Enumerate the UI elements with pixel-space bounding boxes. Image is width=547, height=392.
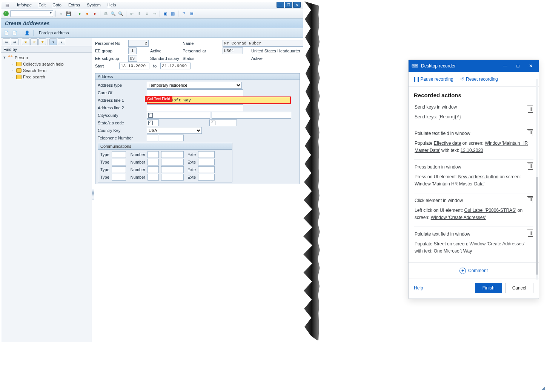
comm-num-field[interactable] [161,159,184,165]
recorder-close-button[interactable]: ✕ [526,63,536,69]
tree-free-search[interactable]: ·Free search [3,74,90,80]
enter-icon[interactable] [3,11,9,16]
expand-all-icon[interactable]: ▾ [49,38,57,45]
tree-collective-search[interactable]: ·Collective search help [3,61,90,67]
address-line2-field[interactable] [147,104,243,111]
action-link[interactable]: Window 'Create Addresses' [469,241,524,247]
comm-type-field[interactable] [112,159,126,165]
recorded-action[interactable]: Press button in windowPress on UI elemen… [414,159,533,193]
back-green-icon[interactable]: ● [77,11,83,17]
fav-list-icon[interactable]: ★ [38,38,46,45]
restore-button[interactable]: ❐ [285,2,292,8]
add-comment-button[interactable]: + Comment [409,262,539,279]
city-field[interactable] [147,112,210,119]
phone-cc-field[interactable] [147,135,158,141]
comm-ext-field[interactable] [198,174,215,181]
menu-help[interactable]: Help [108,3,116,7]
shortcut-icon[interactable]: ▥ [170,11,176,17]
delete-action-button[interactable] [527,107,533,113]
care-of-field[interactable] [147,89,243,96]
action-link[interactable]: 13.10.2020 [461,148,483,153]
minimize-button[interactable]: — [277,2,284,8]
comm-ext-field[interactable] [198,166,215,173]
start-date-field[interactable]: 13.10.2020 [119,63,149,69]
recorder-titlebar[interactable]: ⌨ Desktop recorder — □ ✕ [409,60,539,72]
nav-back-icon[interactable]: ⬅ [3,38,10,45]
command-field[interactable] [10,10,53,17]
help-link[interactable]: Help [414,285,423,291]
recorded-action[interactable]: Click element in windowLeft click on UI … [414,193,533,227]
recorded-action[interactable]: Polulate text field in windowPopulate Ef… [414,126,533,159]
menu-system[interactable]: System [87,3,101,7]
action-link[interactable]: Window 'Create Addresses' [431,215,486,220]
tree[interactable]: ▾Person ·Collective search help ·Search … [1,53,92,81]
recorder-minimize-button[interactable]: — [500,63,510,69]
delete-action-button[interactable] [527,197,533,203]
app-menu-icon[interactable]: ▤ [4,2,10,8]
comm-num-field[interactable] [161,151,184,158]
phone-num-field[interactable] [159,135,184,141]
comm-num-cc-field[interactable] [148,151,159,158]
new-session-icon[interactable]: ▣ [162,11,168,17]
recorder-scrollbar[interactable] [536,79,538,280]
comm-type-field[interactable] [112,166,126,173]
delete-action-button[interactable] [527,231,533,237]
comm-num-cc-field[interactable] [148,174,159,181]
comm-num-field[interactable] [161,166,184,173]
finish-button[interactable]: Finish [475,283,502,293]
collapse-all-icon[interactable]: ▴ [58,38,65,45]
comm-num-field[interactable] [161,174,184,181]
action-link[interactable]: Gui Label 'P0006-STRAS' [464,208,516,213]
state-field[interactable] [147,119,159,126]
action-link[interactable]: Effective date [434,141,461,146]
tree-person[interactable]: ▾Person [3,54,90,61]
delete-action-button[interactable] [527,164,533,170]
recorded-action[interactable]: Send keys in windowSend keys: {Return}{Y… [414,103,533,126]
personnel-no-field[interactable]: 2 [128,40,149,47]
pause-recording-button[interactable]: ❚❚ Pause recording [414,77,453,82]
action-link[interactable]: {Return}{Y} [438,114,461,119]
fav-add-icon[interactable]: ★ [22,38,29,45]
comm-num-cc-field[interactable] [148,159,159,165]
fav-star-icon[interactable]: ☆ [30,38,38,45]
action-link[interactable]: One Microsoft Way [434,248,472,254]
lbl-city: City/county [98,113,147,118]
cancel-icon[interactable]: ● [92,11,98,17]
menu-edit[interactable]: Edit [38,3,46,7]
nav-fwd-icon[interactable]: ➡ [11,38,18,45]
end-date-field[interactable]: 31.12.9999 [160,63,191,69]
cancel-button[interactable]: Cancel [505,283,533,293]
save-icon[interactable]: 💾 [66,11,72,17]
person-icon[interactable]: 👤 [24,30,30,36]
zip-field[interactable] [209,119,237,126]
action-link[interactable]: New address button [458,174,498,179]
new-doc-icon[interactable]: 📄 [3,30,9,36]
copy-doc-icon[interactable]: 📄 [12,30,18,36]
comm-num-cc-field[interactable] [148,166,159,173]
recorder-maximize-button[interactable]: □ [513,63,523,69]
reset-recording-button[interactable]: ↺ Reset recording [459,77,498,82]
county-field[interactable] [212,112,291,119]
menu-extras[interactable]: Extras [68,3,80,7]
tree-search-term[interactable]: ·Search Term [3,67,90,74]
exit-icon[interactable]: ● [84,11,90,17]
menu-infotype[interactable]: Infotype [17,3,32,7]
resize-grip-icon[interactable] [541,386,545,390]
comm-type-field[interactable] [112,151,126,158]
help-icon[interactable]: ? [181,11,187,17]
comm-ext-field[interactable] [198,151,215,158]
splitter-grip[interactable] [92,189,94,200]
country-select[interactable]: USA [147,127,202,134]
delete-action-button[interactable] [527,130,533,136]
back-icon[interactable]: « [58,11,64,17]
comm-type-field[interactable] [112,174,126,181]
comm-ext-field[interactable] [198,159,215,165]
action-link[interactable]: Window 'Maintain HR Master Data' [415,181,484,187]
action-link[interactable]: Street [434,241,446,247]
address-type-select[interactable]: Temporary residence [147,82,242,89]
foreign-address-button[interactable]: Foreign address [39,31,69,35]
menu-goto[interactable]: Goto [52,3,61,7]
layout-icon[interactable]: 🖥 [188,11,194,17]
close-button[interactable]: ✕ [293,2,301,8]
recorded-action[interactable]: Polulate text field in windowPopulate St… [414,227,533,260]
